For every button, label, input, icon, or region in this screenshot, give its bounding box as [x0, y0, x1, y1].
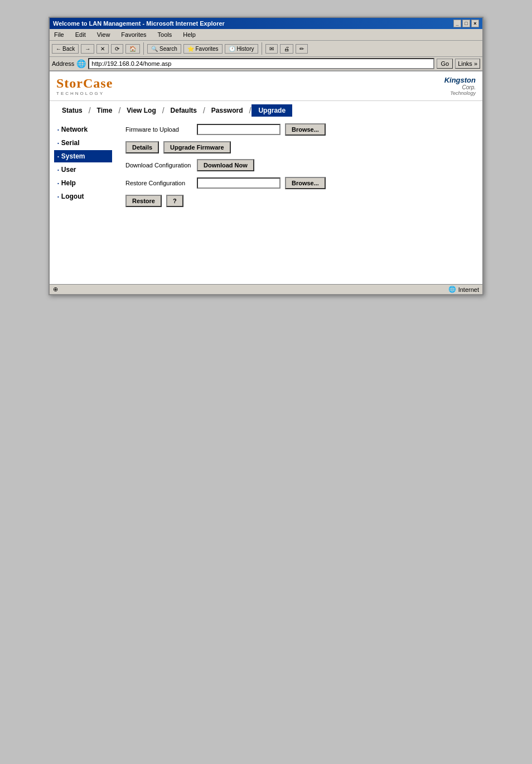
main-layout: • Network • Serial • System • User • H	[50, 117, 482, 284]
download-config-row: Download Configuration Download Now	[125, 159, 473, 171]
refresh-button[interactable]: ⟳	[111, 44, 123, 54]
download-now-button[interactable]: Download Now	[197, 159, 254, 171]
menu-file[interactable]: File	[52, 30, 66, 39]
zone-icon: 🌐	[448, 286, 456, 293]
separator-1	[143, 42, 144, 55]
browser-title: Welcome to LAN Management - Microsoft In…	[53, 20, 225, 27]
storcase-logo: StorCase TECHNOLOGY	[56, 76, 113, 96]
print-button[interactable]: 🖨	[280, 44, 293, 54]
address-bar: Address 🌐 Go Links »	[50, 57, 482, 71]
restore-button[interactable]: □	[462, 20, 470, 27]
menu-view[interactable]: View	[95, 30, 113, 39]
sidebar-logout-label: Logout	[61, 193, 84, 200]
forward-button[interactable]: →	[81, 44, 94, 54]
favorites-button[interactable]: ⭐ Favorites	[183, 44, 223, 54]
menu-favorites[interactable]: Favorites	[119, 30, 148, 39]
kingston-logo: Kingston Corp. Technology	[444, 76, 476, 96]
close-button[interactable]: ×	[471, 20, 479, 27]
network-bullet: •	[57, 127, 59, 132]
firmware-upload-input[interactable]	[197, 124, 280, 135]
sidebar: • Network • Serial • System • User • H	[50, 117, 117, 284]
mail-button[interactable]: ✉	[265, 44, 278, 54]
restore-action-row: Restore ?	[125, 195, 473, 207]
logout-bullet: •	[57, 194, 59, 199]
nav-tabs: Status / Time / View Log / Defaults / Pa…	[50, 101, 482, 117]
details-button[interactable]: Details	[125, 141, 159, 153]
sidebar-item-logout[interactable]: • Logout	[54, 190, 112, 203]
history-button[interactable]: 🕐 History	[225, 44, 258, 54]
restore-config-input[interactable]	[197, 177, 280, 189]
download-config-label: Download Configuration	[125, 162, 192, 169]
restore-button[interactable]: Restore	[125, 195, 162, 207]
menu-edit[interactable]: Edit	[73, 30, 88, 39]
tab-password[interactable]: Password	[206, 104, 249, 117]
serial-bullet: •	[57, 141, 59, 146]
stop-button[interactable]: ✕	[96, 44, 109, 54]
back-button[interactable]: ← Back	[52, 44, 79, 54]
content-area: Firmware to Upload Browse... Details Upg…	[117, 117, 482, 284]
search-button[interactable]: 🔍 Search	[147, 44, 181, 54]
minimize-button[interactable]: _	[453, 20, 461, 27]
sidebar-item-help[interactable]: • Help	[54, 177, 112, 189]
storcase-logo-text: StorCase	[56, 76, 113, 91]
firmware-upload-row: Firmware to Upload Browse...	[125, 123, 473, 136]
go-button[interactable]: Go	[437, 59, 453, 69]
sidebar-item-system[interactable]: • System	[54, 150, 112, 162]
toolbar: ← Back → ✕ ⟳ 🏠 🔍 Search ⭐ Favorites 🕐 Hi…	[50, 41, 482, 57]
menu-bar: File Edit View Favorites Tools Help	[50, 29, 482, 41]
storcase-tagline: TECHNOLOGY	[56, 91, 104, 96]
links-button[interactable]: Links »	[455, 59, 480, 69]
help-button[interactable]: ?	[166, 195, 183, 207]
menu-tools[interactable]: Tools	[156, 30, 175, 39]
sidebar-network-label: Network	[61, 126, 88, 133]
restore-config-row: Restore Configuration Browse...	[125, 177, 473, 189]
tab-time[interactable]: Time	[91, 104, 118, 117]
tab-upgrade[interactable]: Upgrade	[252, 104, 292, 117]
system-bullet: •	[57, 154, 59, 159]
tab-status[interactable]: Status	[56, 104, 88, 117]
restore-config-label: Restore Configuration	[125, 180, 192, 186]
sidebar-item-network[interactable]: • Network	[54, 123, 112, 136]
menu-help[interactable]: Help	[181, 30, 198, 39]
page-content: StorCase TECHNOLOGY Kingston Corp. Techn…	[50, 71, 482, 284]
sidebar-serial-label: Serial	[61, 139, 80, 147]
separator-2	[262, 42, 262, 55]
sidebar-user-label: User	[61, 166, 76, 174]
kingston-corp-text: Corp.	[444, 84, 476, 90]
window-controls[interactable]: _ □ ×	[453, 20, 479, 27]
edit-button[interactable]: ✏	[296, 44, 308, 54]
internet-zone: 🌐 Internet	[448, 286, 479, 293]
help-bullet: •	[57, 181, 59, 186]
sidebar-item-serial[interactable]: • Serial	[54, 137, 112, 149]
title-bar: Welcome to LAN Management - Microsoft In…	[50, 18, 482, 29]
sidebar-item-user[interactable]: • User	[54, 164, 112, 176]
browse-firmware-button[interactable]: Browse...	[285, 123, 326, 136]
sidebar-system-label: System	[61, 152, 85, 160]
address-label: Address	[52, 60, 74, 67]
address-input[interactable]	[88, 58, 434, 69]
kingston-technology-text: Technology	[444, 90, 476, 96]
status-left-icon: ⊕	[53, 286, 58, 293]
status-bar: ⊕ 🌐 Internet	[50, 284, 482, 294]
zone-text: Internet	[458, 286, 479, 293]
firmware-action-row: Details Upgrade Firmware	[125, 141, 473, 153]
address-icon: 🌐	[76, 59, 86, 68]
home-button[interactable]: 🏠	[125, 44, 140, 54]
tab-defaults[interactable]: Defaults	[165, 104, 202, 117]
browse-restore-button[interactable]: Browse...	[285, 177, 326, 189]
page-header: StorCase TECHNOLOGY Kingston Corp. Techn…	[50, 71, 482, 101]
sidebar-help-label: Help	[61, 179, 76, 187]
upgrade-firmware-button[interactable]: Upgrade Firmware	[163, 141, 231, 153]
tab-viewlog[interactable]: View Log	[121, 104, 161, 117]
kingston-top-text: Kingston	[444, 76, 476, 84]
firmware-upload-label: Firmware to Upload	[125, 126, 192, 133]
user-bullet: •	[57, 167, 59, 172]
